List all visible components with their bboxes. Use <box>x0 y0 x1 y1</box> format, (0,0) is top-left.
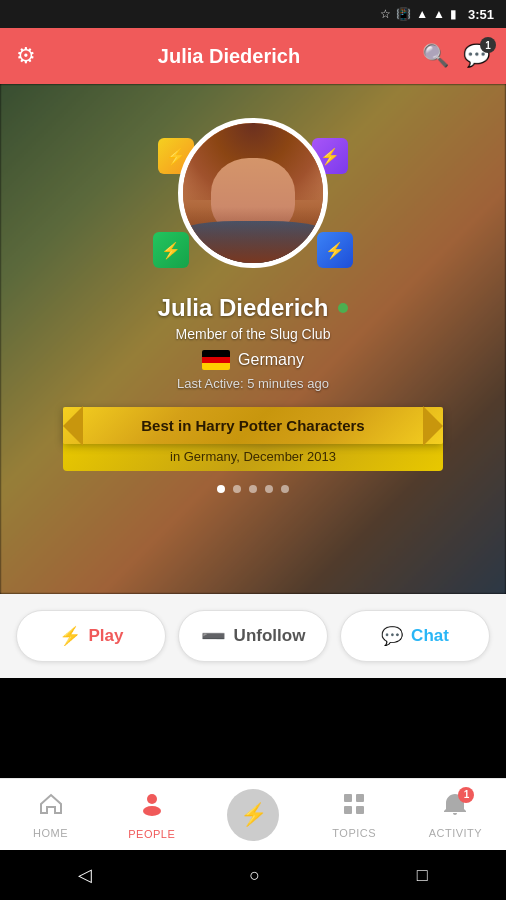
svg-rect-5 <box>356 806 364 814</box>
people-icon <box>138 790 166 824</box>
unfollow-icon: ➖ <box>201 624 226 648</box>
activity-label: ACTIVITY <box>429 827 483 839</box>
svg-rect-4 <box>344 806 352 814</box>
hero-section: ⚡ ⚡ ⚡ ⚡ Julia Diederich <box>0 84 506 594</box>
nav-item-activity[interactable]: 1 ACTIVITY <box>405 783 506 847</box>
chat-icon-wrapper[interactable]: 💬 1 <box>463 43 490 69</box>
status-bar: ☆ 📳 ▲ ▲ ▮ 3:51 <box>0 0 506 28</box>
flag-stripe-red <box>202 357 230 364</box>
pagination-dots <box>217 485 289 493</box>
hero-content: ⚡ ⚡ ⚡ ⚡ Julia Diederich <box>0 84 506 493</box>
dot-4 <box>265 485 273 493</box>
profile-country: Germany <box>202 350 304 370</box>
profile-name: Julia Diederich <box>158 294 329 322</box>
home-button[interactable]: ○ <box>249 865 260 886</box>
activity-wrapper: 1 <box>442 791 468 823</box>
battery-icon: ▮ <box>450 7 457 21</box>
people-label: PEOPLE <box>128 828 175 840</box>
play-button[interactable]: ⚡ Play <box>16 610 166 662</box>
dot-1 <box>217 485 225 493</box>
top-nav: ⚙ Julia Diederich 🔍 💬 1 <box>0 28 506 84</box>
award-sub-text: in Germany, December 2013 <box>63 442 443 471</box>
svg-rect-3 <box>356 794 364 802</box>
svg-point-0 <box>147 794 157 804</box>
unfollow-button[interactable]: ➖ Unfollow <box>178 610 328 662</box>
play-label: Play <box>89 626 124 646</box>
avatar-wrapper: ⚡ ⚡ ⚡ ⚡ <box>168 108 338 278</box>
bottom-nav: HOME PEOPLE ⚡ TOPICS <box>0 778 506 850</box>
avatar-face <box>183 123 323 263</box>
svg-rect-2 <box>344 794 352 802</box>
bolt-center-icon: ⚡ <box>227 789 279 841</box>
nav-item-center[interactable]: ⚡ <box>202 789 303 841</box>
time-display: 3:51 <box>468 7 494 22</box>
dot-3 <box>249 485 257 493</box>
last-active: Last Active: 5 minutes ago <box>177 376 329 391</box>
dot-5 <box>281 485 289 493</box>
dot-2 <box>233 485 241 493</box>
chat-icon: 💬 <box>381 625 403 647</box>
svg-point-1 <box>143 806 161 816</box>
status-icons: ☆ 📳 ▲ ▲ ▮ 3:51 <box>380 7 494 22</box>
topics-icon <box>341 791 367 823</box>
star-icon: ☆ <box>380 7 391 21</box>
profile-name-row: Julia Diederich <box>158 294 349 322</box>
action-buttons: ⚡ Play ➖ Unfollow 💬 Chat <box>0 594 506 678</box>
profile-subtitle: Member of the Slug Club <box>176 326 331 342</box>
avatar-hair-sides <box>183 207 323 263</box>
recent-button[interactable]: □ <box>417 865 428 886</box>
nav-item-people[interactable]: PEOPLE <box>101 782 202 848</box>
bolt-icon-blue: ⚡ <box>325 241 345 260</box>
topics-label: TOPICS <box>332 827 376 839</box>
top-nav-right: 🔍 💬 1 <box>422 43 490 69</box>
settings-icon[interactable]: ⚙ <box>16 43 36 69</box>
home-label: HOME <box>33 827 68 839</box>
bolt-icon-purple: ⚡ <box>320 147 340 166</box>
signal-icon: ▲ <box>433 7 445 21</box>
award-main-text: Best in Harry Potter Characters <box>63 407 443 444</box>
chat-badge: 1 <box>480 37 496 53</box>
nav-item-topics[interactable]: TOPICS <box>304 783 405 847</box>
verified-indicator <box>338 303 348 313</box>
unfollow-label: Unfollow <box>234 626 306 646</box>
play-icon: ⚡ <box>59 625 81 647</box>
activity-badge: 1 <box>458 787 474 803</box>
wifi-icon: ▲ <box>416 7 428 21</box>
chat-label: Chat <box>411 626 449 646</box>
avatar <box>178 118 328 268</box>
flag-stripe-gold <box>202 363 230 370</box>
award-banner: Best in Harry Potter Characters in Germa… <box>63 407 443 471</box>
bolt-icon-green: ⚡ <box>161 241 181 260</box>
country-name: Germany <box>238 351 304 369</box>
home-icon <box>38 791 64 823</box>
android-nav: ◁ ○ □ <box>0 850 506 900</box>
back-button[interactable]: ◁ <box>78 864 92 886</box>
bolt-symbol: ⚡ <box>240 802 267 828</box>
nav-item-home[interactable]: HOME <box>0 783 101 847</box>
vibrate-icon: 📳 <box>396 7 411 21</box>
search-icon[interactable]: 🔍 <box>422 43 449 69</box>
page-title: Julia Diederich <box>158 45 300 68</box>
chat-button[interactable]: 💬 Chat <box>340 610 490 662</box>
germany-flag <box>202 350 230 370</box>
flag-stripe-black <box>202 350 230 357</box>
